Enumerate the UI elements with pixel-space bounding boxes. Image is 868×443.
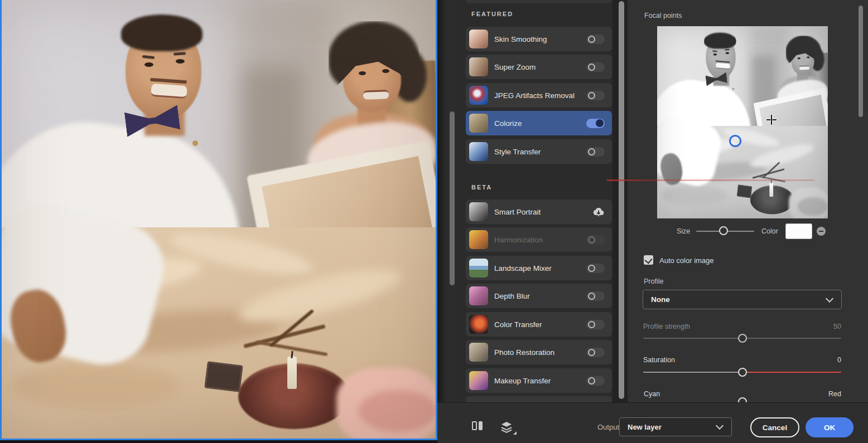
filter-row-style-transfer[interactable]: Style Transfer <box>466 139 612 164</box>
chevron-down-icon <box>826 294 833 302</box>
colorize-settings-panel: Focal points <box>628 0 868 402</box>
canvas-edge <box>0 440 437 443</box>
photo-restoration-thumbnail-icon <box>469 343 488 362</box>
filter-label: Color Transfer <box>494 320 586 329</box>
saturation-label: Saturation <box>643 356 675 364</box>
bw-photo-clone <box>657 26 828 218</box>
jpeg-artifacts-removal-toggle[interactable] <box>586 91 605 100</box>
filter-row-jpeg-artifacts-removal[interactable]: JPEG Artifacts Removal <box>466 83 612 108</box>
focal-point-ring[interactable] <box>729 135 741 147</box>
style-transfer-toggle[interactable] <box>586 147 605 157</box>
colorize-toggle[interactable] <box>586 119 605 128</box>
toggle-knob <box>588 236 595 244</box>
size-slider-knob[interactable] <box>719 226 728 235</box>
super-zoom-thumbnail-icon <box>469 57 488 76</box>
filter-row-harmonization[interactable]: Harmonization <box>466 227 612 252</box>
filter-row-skin-smoothing[interactable]: Skin Smoothing <box>466 27 612 51</box>
landscape-mixer-toggle[interactable] <box>586 264 605 273</box>
colorize-thumbnail-icon <box>469 114 488 133</box>
makeup-transfer-toggle[interactable] <box>586 376 605 386</box>
dialog-footer: Output New layer Cancel OK <box>437 402 868 443</box>
scrollbar-thumb[interactable] <box>859 6 863 117</box>
chevron-down-icon <box>716 422 724 430</box>
harmonization-thumbnail-icon <box>469 230 488 249</box>
cancel-button[interactable]: Cancel <box>750 417 799 437</box>
video-artifact-line <box>607 179 814 181</box>
depth-blur-thumbnail-icon <box>469 286 488 305</box>
section-header-featured: FEATURED <box>471 11 513 17</box>
color-swatch[interactable] <box>785 223 812 239</box>
color-transfer-thumbnail-icon <box>469 315 488 334</box>
toggle-knob <box>588 265 595 272</box>
profile-value: None <box>651 295 827 304</box>
scrollbar-thumb[interactable] <box>619 1 624 399</box>
skin-smoothing-toggle[interactable] <box>586 35 605 44</box>
size-label: Size <box>677 227 690 235</box>
toggle-knob <box>588 377 595 384</box>
filter-label: Photo Restoration <box>494 348 586 357</box>
filter-row-colorize[interactable]: Colorize <box>466 111 612 135</box>
profile-strength-value: 50 <box>833 323 841 330</box>
profile-dropdown[interactable]: None <box>643 290 842 309</box>
color-transfer-toggle[interactable] <box>586 320 605 329</box>
filter-label: Harmonization <box>494 236 586 244</box>
harmonization-toggle[interactable] <box>586 235 605 245</box>
photo-restoration-toggle[interactable] <box>586 348 605 357</box>
saturation-track-right[interactable] <box>742 372 841 373</box>
saturation-track-left[interactable] <box>643 372 742 373</box>
style-transfer-thumbnail-icon <box>469 142 488 161</box>
saturation-knob[interactable] <box>738 368 747 377</box>
ok-button[interactable]: OK <box>806 417 853 437</box>
filter-label: Depth Blur <box>494 292 586 300</box>
filter-row-color-transfer[interactable]: Color Transfer <box>466 312 612 337</box>
toggle-knob <box>588 36 595 43</box>
toggle-knob <box>596 119 604 127</box>
compare-before-after-icon[interactable] <box>472 421 484 431</box>
photo-shape <box>2 0 436 439</box>
filter-row-photo-restoration[interactable]: Photo Restoration <box>466 340 612 364</box>
red-label: Red <box>828 390 841 398</box>
canvas-photo-selection[interactable] <box>0 0 437 440</box>
landscape-mixer-thumbnail-icon <box>469 259 488 278</box>
filter-row-partial-top <box>466 0 612 3</box>
focal-points-label: Focal points <box>644 12 682 20</box>
depth-blur-toggle[interactable] <box>586 291 605 301</box>
makeup-transfer-thumbnail-icon <box>469 371 488 390</box>
auto-color-label: Auto color image <box>659 256 714 265</box>
photo-shape <box>657 26 828 218</box>
filter-row-smart-portrait[interactable]: Smart Portrait <box>466 199 612 224</box>
color-label: Color <box>761 227 778 235</box>
cloud-download-icon[interactable] <box>592 206 605 217</box>
preview-gutter <box>437 0 457 443</box>
profile-label: Profile <box>644 278 663 285</box>
auto-color-checkbox[interactable] <box>644 255 653 265</box>
filter-label: Makeup Transfer <box>494 377 586 385</box>
super-zoom-toggle[interactable] <box>586 62 605 72</box>
output-label: Output <box>597 423 619 431</box>
jpeg-artifacts-removal-thumbnail-icon <box>469 86 488 105</box>
focal-points-preview[interactable] <box>657 26 828 218</box>
filter-label: Smart Portrait <box>494 208 592 216</box>
filter-row-partial-bottom[interactable] <box>466 396 612 402</box>
bw-preview-image <box>657 26 828 218</box>
minus-circle-icon[interactable] <box>817 227 826 236</box>
filter-row-depth-blur[interactable]: Depth Blur <box>466 284 612 308</box>
neural-filters-dialog: FEATUREDSkin SmoothingSuper ZoomJPEG Art… <box>0 0 868 443</box>
layers-icon[interactable] <box>500 421 514 434</box>
dropdown-corner-triangle <box>513 431 517 435</box>
output-dropdown[interactable]: New layer <box>619 417 732 436</box>
filter-label: Super Zoom <box>494 63 586 71</box>
filters-list-panel: FEATUREDSkin SmoothingSuper ZoomJPEG Art… <box>457 0 613 402</box>
filter-row-super-zoom[interactable]: Super Zoom <box>466 55 612 79</box>
crosshair-cursor <box>766 115 777 125</box>
filter-label: Landscape Mixer <box>494 264 586 272</box>
filter-row-landscape-mixer[interactable]: Landscape Mixer <box>466 256 612 280</box>
skin-smoothing-thumbnail-icon <box>469 30 488 48</box>
filter-label: Colorize <box>494 119 586 128</box>
toggle-knob <box>588 293 595 300</box>
scrollbar-thumb[interactable] <box>450 111 455 285</box>
profile-strength-knob[interactable] <box>738 334 747 343</box>
filter-label: Style Transfer <box>494 148 586 156</box>
filter-row-makeup-transfer[interactable]: Makeup Transfer <box>466 368 612 393</box>
layers-glyph <box>500 421 513 434</box>
